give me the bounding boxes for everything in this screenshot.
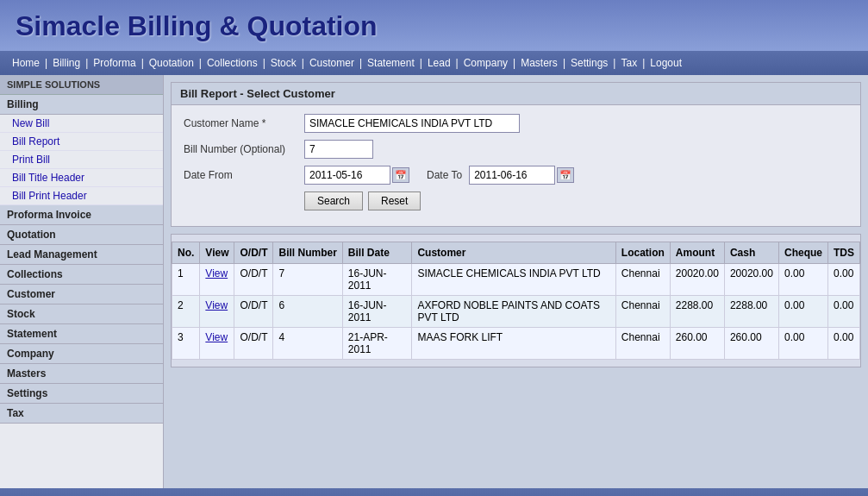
bill-number-row: Bill Number (Optional): [184, 140, 848, 159]
nav-bar: Home | Billing | Proforma | Quotation | …: [0, 51, 868, 75]
search-button[interactable]: Search: [304, 191, 363, 210]
view-link[interactable]: View: [205, 267, 228, 279]
col-bill-number: Bill Number: [273, 242, 342, 264]
reset-button[interactable]: Reset: [368, 191, 421, 210]
sidebar-section-billing: Billing: [0, 95, 163, 115]
nav-settings[interactable]: Settings: [567, 55, 611, 71]
cell-location: Chennai: [615, 296, 670, 328]
cell-bill-number: 7: [273, 264, 342, 296]
date-to-label: Date To: [427, 169, 462, 181]
cell-bill-date: 16-JUN-2011: [342, 296, 412, 328]
cell-customer: AXFORD NOBLE PAINTS AND COATS PVT LTD: [412, 296, 615, 328]
cell-cheque: 0.00: [778, 296, 827, 328]
col-cash: Cash: [724, 242, 778, 264]
cell-bill-number: 4: [273, 328, 342, 360]
cell-bill-date: 21-APR-2011: [342, 328, 412, 360]
table-row: 1ViewO/D/T716-JUN-2011SIMACLE CHEMICALS …: [172, 264, 860, 296]
sidebar-item-bill-print-header[interactable]: Bill Print Header: [0, 187, 163, 205]
sidebar: SIMPLE SOLUTIONS Billing New Bill Bill R…: [0, 75, 164, 488]
cell-view[interactable]: View: [200, 328, 234, 360]
col-no: No.: [172, 242, 200, 264]
app-title: Simacle Billing & Quotation: [16, 10, 852, 42]
cell-amount: 2288.00: [670, 296, 724, 328]
cell-tds: 0.00: [827, 264, 859, 296]
nav-company[interactable]: Company: [460, 55, 511, 71]
nav-masters[interactable]: Masters: [517, 55, 561, 71]
nav-logout[interactable]: Logout: [646, 55, 685, 71]
customer-name-label: Customer Name *: [184, 117, 304, 129]
cell-amount: 20020.00: [670, 264, 724, 296]
cell-odt: O/D/T: [234, 296, 273, 328]
sidebar-section-statement[interactable]: Statement: [0, 324, 163, 344]
cell-bill-date: 16-JUN-2011: [342, 264, 412, 296]
date-from-input[interactable]: [304, 166, 390, 185]
cell-tds: 0.00: [827, 296, 859, 328]
cell-cash: 260.00: [724, 328, 778, 360]
cell-location: Chennai: [615, 328, 670, 360]
view-link[interactable]: View: [205, 331, 228, 343]
content-area: Bill Report - Select Customer Customer N…: [164, 75, 868, 488]
sidebar-section-lead[interactable]: Lead Management: [0, 245, 163, 265]
sidebar-header: SIMPLE SOLUTIONS: [0, 75, 163, 95]
app-header: Simacle Billing & Quotation: [0, 0, 868, 51]
sidebar-section-stock[interactable]: Stock: [0, 305, 163, 324]
col-location: Location: [615, 242, 670, 264]
cell-customer: MAAS FORK LIFT: [412, 328, 615, 360]
cell-no: 2: [172, 296, 200, 328]
table-row: 2ViewO/D/T616-JUN-2011AXFORD NOBLE PAINT…: [172, 296, 860, 328]
sidebar-item-bill-title-header[interactable]: Bill Title Header: [0, 169, 163, 187]
nav-home[interactable]: Home: [9, 55, 43, 71]
cell-cheque: 0.00: [778, 264, 827, 296]
cell-amount: 260.00: [670, 328, 724, 360]
customer-name-input[interactable]: [304, 114, 520, 133]
cell-view[interactable]: View: [200, 296, 234, 328]
sidebar-item-new-bill[interactable]: New Bill: [0, 115, 163, 133]
cell-view[interactable]: View: [200, 264, 234, 296]
sidebar-section-proforma[interactable]: Proforma Invoice: [0, 205, 163, 225]
view-link[interactable]: View: [205, 299, 228, 311]
col-customer: Customer: [412, 242, 615, 264]
sidebar-section-collections[interactable]: Collections: [0, 265, 163, 285]
cell-no: 1: [172, 264, 200, 296]
nav-tax[interactable]: Tax: [617, 55, 640, 71]
sidebar-section-customer[interactable]: Customer: [0, 285, 163, 305]
nav-proforma[interactable]: Proforma: [90, 55, 139, 71]
cell-bill-number: 6: [273, 296, 342, 328]
cell-cash: 2288.00: [724, 296, 778, 328]
results-table: No. View O/D/T Bill Number Bill Date Cus…: [172, 242, 860, 360]
bill-number-input[interactable]: [304, 140, 373, 159]
sidebar-section-masters[interactable]: Masters: [0, 364, 163, 384]
nav-billing[interactable]: Billing: [49, 55, 84, 71]
nav-collections[interactable]: Collections: [203, 55, 261, 71]
cell-cheque: 0.00: [778, 328, 827, 360]
date-from-label: Date From: [184, 169, 304, 181]
col-view: View: [200, 242, 234, 264]
cell-customer: SIMACLE CHEMICALS INDIA PVT LTD: [412, 264, 615, 296]
col-odt: O/D/T: [234, 242, 273, 264]
nav-customer[interactable]: Customer: [306, 55, 358, 71]
sidebar-item-bill-report[interactable]: Bill Report: [0, 133, 163, 151]
cell-tds: 0.00: [827, 328, 859, 360]
footer: Email : info@simpleindia.com / Phone : +…: [0, 488, 868, 496]
nav-lead[interactable]: Lead: [424, 55, 454, 71]
sidebar-section-tax[interactable]: Tax: [0, 404, 163, 424]
button-row: Search Reset: [184, 191, 848, 210]
nav-quotation[interactable]: Quotation: [146, 55, 197, 71]
cell-location: Chennai: [615, 264, 670, 296]
nav-statement[interactable]: Statement: [364, 55, 418, 71]
nav-stock[interactable]: Stock: [267, 55, 300, 71]
sidebar-section-quotation[interactable]: Quotation: [0, 225, 163, 245]
date-to-input[interactable]: [469, 166, 555, 185]
sidebar-item-print-bill[interactable]: Print Bill: [0, 151, 163, 169]
date-to-calendar-icon[interactable]: 📅: [557, 167, 574, 183]
date-from-calendar-icon[interactable]: 📅: [392, 167, 409, 183]
col-cheque: Cheque: [778, 242, 827, 264]
cell-odt: O/D/T: [234, 264, 273, 296]
results-panel: No. View O/D/T Bill Number Bill Date Cus…: [171, 234, 861, 367]
cell-no: 3: [172, 328, 200, 360]
search-panel: Bill Report - Select Customer Customer N…: [171, 82, 861, 227]
panel-title: Bill Report - Select Customer: [172, 83, 860, 105]
sidebar-section-company[interactable]: Company: [0, 344, 163, 364]
cell-odt: O/D/T: [234, 328, 273, 360]
sidebar-section-settings[interactable]: Settings: [0, 384, 163, 404]
